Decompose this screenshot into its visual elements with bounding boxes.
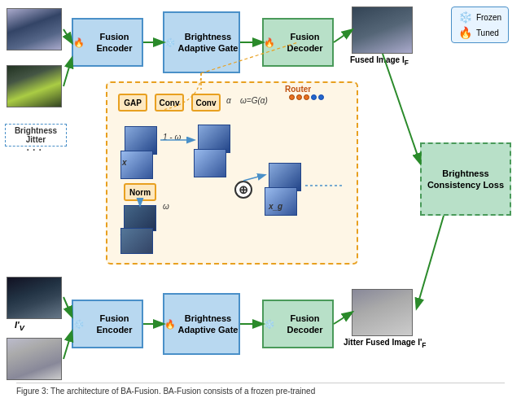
- brightness-adaptive-gate-bottom: 🔥 Brightness Adaptive Gate: [163, 293, 240, 355]
- fusion-decoder-top: 🔥 Fusion Decoder: [262, 18, 334, 67]
- omega-formula: ω=G(α): [240, 96, 268, 105]
- fused-image-top: [352, 7, 413, 54]
- feat-maps-xnorm: [120, 202, 153, 254]
- frozen-label: Frozen: [476, 13, 501, 22]
- brightness-consistency-loss-box: Brightness Consistency Loss: [420, 142, 511, 216]
- jitter-fused-image: [352, 289, 413, 336]
- alpha-label: α: [226, 96, 231, 105]
- svg-line-8: [63, 332, 72, 359]
- fusion-encoder-top: 🔥 Fusion Encoder: [72, 18, 143, 67]
- conv1-module: Conv: [155, 94, 184, 112]
- input-visible-bottom: I'V: [7, 277, 62, 319]
- x-label: x: [122, 158, 127, 167]
- legend: ❄️ Frozen 🔥 Tuned: [451, 7, 509, 43]
- fusion-encoder-bottom: ❄️ Fusion Encoder: [72, 300, 143, 348]
- caption: Figure 3: The architecture of BA-Fusion.…: [16, 383, 505, 396]
- svg-line-4: [334, 30, 352, 42]
- svg-line-11: [334, 313, 352, 324]
- svg-line-7: [63, 297, 72, 316]
- tuned-label: Tuned: [476, 28, 499, 37]
- fusion-decoder-bottom: ❄️ Fusion Decoder: [262, 300, 334, 348]
- omega-dots-row: [289, 94, 324, 100]
- conv2-module: Conv: [191, 94, 221, 112]
- feat-maps-mid-top: [194, 120, 226, 177]
- svg-line-1: [63, 59, 72, 86]
- jitter-dots: ···: [26, 142, 44, 157]
- input-infrared-top: I_I: [7, 8, 62, 50]
- router-label: Router: [285, 85, 311, 94]
- gap-module: GAP: [118, 94, 147, 112]
- fused-image-label: Fused Image IF: [350, 55, 409, 67]
- plus-symbol: ⊕: [234, 181, 252, 199]
- label-iv-prime: I'V: [15, 320, 24, 332]
- jitter-fused-label: Jitter Fused Image I'F: [344, 338, 426, 349]
- diagram-container: ❄️ Frozen 🔥 Tuned I_I I_V Brightness Jit…: [0, 0, 521, 399]
- omega-label: ω: [163, 202, 169, 211]
- norm-module: Norm: [124, 183, 156, 201]
- input-visible-top: I_V: [7, 65, 62, 107]
- svg-line-6: [417, 216, 444, 308]
- xg-label: x_g: [269, 202, 282, 211]
- feat-maps-x: [120, 122, 153, 179]
- input-infrared-bottom: I_I: [7, 338, 62, 380]
- svg-line-5: [383, 54, 420, 163]
- svg-line-0: [63, 29, 72, 42]
- one-minus-omega: 1 - ω: [163, 133, 181, 142]
- brightness-adaptive-gate-top: ❄️ Brightness Adaptive Gate: [163, 11, 240, 73]
